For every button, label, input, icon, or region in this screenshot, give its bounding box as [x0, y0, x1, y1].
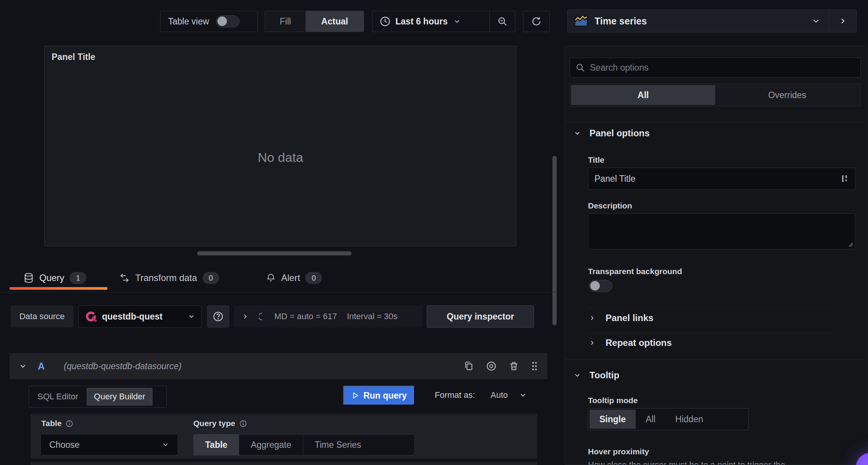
- panel-links-label: Panel links: [606, 313, 653, 323]
- query-ref-id: A: [38, 361, 45, 372]
- time-range-button[interactable]: Last 6 hours: [372, 16, 484, 27]
- chevron-down-icon[interactable]: [519, 391, 527, 399]
- format-as-value[interactable]: Auto: [491, 390, 508, 400]
- drag-handle-icon[interactable]: [531, 360, 538, 372]
- magnifier-minus-icon: [497, 16, 508, 27]
- panel-title-value: Panel Title: [594, 174, 840, 184]
- panel-options-pane: All Overrides Panel options Title Panel …: [565, 46, 866, 465]
- visualization-picker[interactable]: Time series: [567, 10, 857, 32]
- tab-alert-count: 0: [305, 272, 322, 284]
- query-builder-section: Table Query type Choose Table Aggregate …: [31, 414, 537, 459]
- fill-actual-switch: Fill Actual: [265, 11, 364, 32]
- resize-handle-icon[interactable]: [847, 241, 853, 247]
- tab-transform-count: 0: [202, 272, 219, 284]
- tooltip-mode-hidden[interactable]: Hidden: [666, 410, 713, 429]
- hover-proximity-help-text: How close the cursor must be to a point …: [588, 459, 848, 465]
- tooltip-mode-single[interactable]: Single: [589, 410, 636, 429]
- editor-mode-switch: SQL Editor Query Builder: [29, 386, 167, 408]
- hide-response-eye-icon[interactable]: [486, 360, 497, 372]
- database-icon: [23, 273, 34, 283]
- info-circle-icon: [65, 420, 73, 428]
- title-field-label: Title: [588, 155, 604, 165]
- tooltip-mode-switch: Single All Hidden: [588, 408, 748, 430]
- toggle-knob: [217, 16, 227, 26]
- panel-title: Panel Title: [52, 52, 96, 62]
- fill-option[interactable]: Fill: [265, 11, 306, 32]
- collapse-pane-button[interactable]: [829, 10, 856, 32]
- tooltip-mode-all[interactable]: All: [636, 410, 666, 429]
- bell-icon: [266, 273, 276, 283]
- repeat-options-section[interactable]: Repeat options: [589, 337, 672, 348]
- table-view-toggle[interactable]: [216, 15, 240, 27]
- interval-text: Interval = 30s: [347, 312, 398, 321]
- tooltip-section-header[interactable]: Tooltip: [573, 370, 619, 381]
- query-datasource-hint: (questdb-questdb-datasource): [64, 361, 453, 371]
- zoom-out-time-button[interactable]: [490, 11, 515, 32]
- datasource-help-button[interactable]: [207, 305, 229, 328]
- panel-options-heading: Panel options: [589, 128, 649, 139]
- transparent-background-toggle[interactable]: [589, 280, 612, 292]
- table-select-value: Choose: [49, 440, 162, 450]
- query-options-bar[interactable]: MD = auto = 617 Interval = 30s: [234, 305, 423, 328]
- datasource-picker[interactable]: questdb-quest: [78, 305, 202, 328]
- suggestions-bars-icon[interactable]: [840, 174, 849, 184]
- transform-icon: [119, 273, 130, 283]
- refresh-button[interactable]: [523, 11, 550, 32]
- query-inspector-button[interactable]: Query inspector: [427, 305, 534, 328]
- chevron-down-icon: [162, 441, 169, 449]
- time-range-picker: Last 6 hours: [372, 11, 515, 32]
- format-as-label: Format as:: [435, 390, 475, 400]
- active-tab-indicator: [10, 287, 107, 290]
- chevron-down-icon: [573, 129, 581, 137]
- panel-title-input[interactable]: Panel Title: [588, 168, 855, 190]
- actual-option[interactable]: Actual: [306, 11, 364, 32]
- query-row-header[interactable]: A (questdb-questdb-datasource): [10, 353, 547, 379]
- table-view-label: Table view: [168, 16, 209, 27]
- chevron-right-icon: [589, 315, 596, 321]
- duplicate-query-icon[interactable]: [463, 361, 474, 371]
- run-query-label: Run query: [363, 391, 407, 401]
- delete-query-trash-icon[interactable]: [508, 361, 519, 371]
- tab-query[interactable]: Query 1: [23, 268, 86, 288]
- panel-preview[interactable]: Panel Title No data: [44, 46, 517, 246]
- tab-transform-data[interactable]: Transform data 0: [119, 268, 219, 288]
- options-search-input[interactable]: [590, 63, 855, 73]
- table-select[interactable]: Choose: [40, 434, 178, 455]
- toggle-knob: [590, 281, 600, 291]
- tabs-divider: [0, 292, 559, 292]
- chevron-down-icon: [573, 371, 581, 379]
- query-type-time-series[interactable]: Time Series: [303, 434, 373, 455]
- query-type-switch: Table Aggregate Time Series: [193, 434, 415, 455]
- filter-tab-all[interactable]: All: [571, 85, 715, 105]
- transparent-background-label: Transparent background: [588, 267, 682, 276]
- horizontal-scrollbar[interactable]: [197, 251, 351, 255]
- chevron-right-icon: [241, 313, 249, 320]
- tab-alert-label: Alert: [281, 273, 300, 283]
- options-search-box[interactable]: [570, 58, 861, 78]
- panel-links-section[interactable]: Panel links: [589, 313, 653, 323]
- tab-alert[interactable]: Alert 0: [266, 268, 322, 288]
- info-circle-icon: [239, 420, 247, 428]
- panel-options-section-header[interactable]: Panel options: [573, 128, 649, 139]
- run-query-button[interactable]: Run query: [343, 386, 415, 405]
- divider: [587, 333, 832, 333]
- datasource-name: questdb-quest: [102, 312, 183, 322]
- vertical-scrollbar[interactable]: [552, 156, 557, 325]
- next-builder-row: [31, 462, 537, 465]
- filter-tab-overrides[interactable]: Overrides: [715, 85, 859, 105]
- sql-editor-option[interactable]: SQL Editor: [31, 388, 85, 405]
- chevron-down-icon[interactable]: [19, 362, 27, 370]
- datasource-label: Data source: [11, 305, 73, 328]
- no-data-message: No data: [45, 150, 516, 165]
- chevron-down-icon: [811, 16, 821, 26]
- max-data-points-text: MD = auto = 617: [274, 312, 337, 321]
- description-textarea[interactable]: [588, 213, 855, 249]
- query-type-aggregate[interactable]: Aggregate: [239, 434, 303, 455]
- time-series-chart-icon: [574, 15, 588, 27]
- query-builder-option[interactable]: Query Builder: [87, 388, 153, 405]
- tab-query-count: 1: [70, 272, 86, 284]
- play-icon: [351, 391, 360, 400]
- query-type-table[interactable]: Table: [194, 434, 239, 455]
- options-filter-tabs: All Overrides: [570, 84, 861, 107]
- tab-transform-label: Transform data: [135, 273, 197, 283]
